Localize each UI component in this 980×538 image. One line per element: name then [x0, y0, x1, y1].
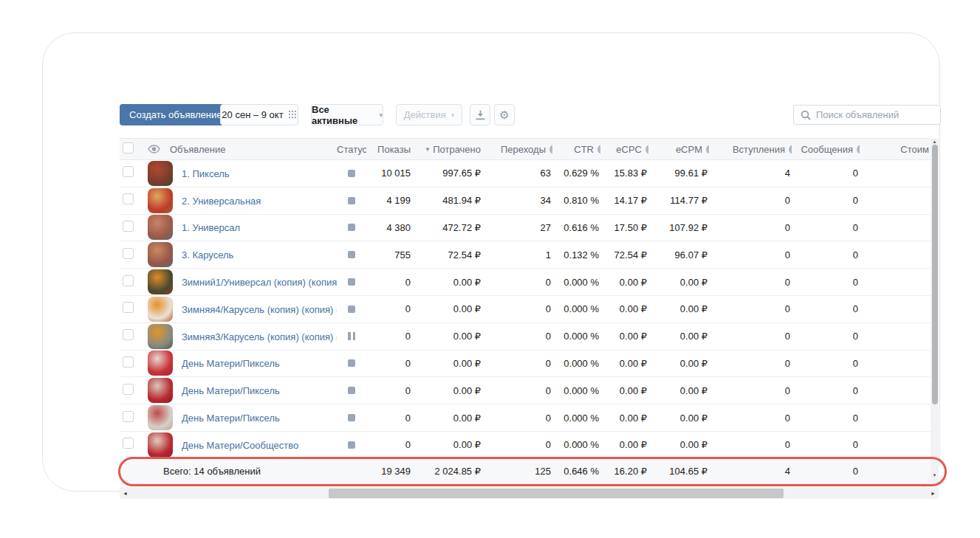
cell-clicks: 0	[482, 277, 552, 288]
create-ad-button[interactable]: Создать объявление	[120, 104, 232, 125]
cell-messages: 0	[792, 168, 860, 179]
row-checkbox[interactable]	[123, 248, 134, 259]
ad-name-link[interactable]: День Матери/Сообщество	[182, 440, 298, 451]
cell-messages: 0	[792, 331, 860, 342]
ad-name-link[interactable]: День Матери/Пиксель	[182, 358, 280, 369]
cell-ecpc: 72.54 ₽	[600, 249, 648, 261]
cell-ecpm: 107.92 ₽	[648, 222, 709, 233]
column-header-impressions[interactable]: Показы	[366, 144, 412, 155]
row-checkbox[interactable]	[123, 166, 134, 177]
cell-spent: 481.94 ₽	[412, 195, 482, 206]
search-box[interactable]	[793, 105, 941, 125]
actions-dropdown[interactable]: Действия ▾	[396, 104, 462, 125]
table-row: 2. Универсальная4 199481.94 ₽340.810 %14…	[120, 187, 931, 215]
column-header-spent[interactable]: ▾ Потрачено	[412, 144, 482, 155]
table-row: День Матери/Пиксель00.00 ₽00.000 %0.00 ₽…	[120, 351, 931, 378]
ad-thumbnail[interactable]	[148, 188, 173, 213]
ad-name-link[interactable]: 1. Пиксель	[182, 168, 230, 179]
vertical-scrollbar-thumb[interactable]	[932, 145, 938, 404]
column-header-messages[interactable]: Сообщения ?	[792, 144, 860, 155]
row-checkbox[interactable]	[123, 302, 134, 313]
ad-thumbnail[interactable]	[148, 378, 173, 403]
row-checkbox[interactable]	[123, 275, 134, 286]
column-header-ecpc[interactable]: eCPC ?	[600, 144, 648, 155]
vertical-scrollbar[interactable]: ▲ ▼	[931, 138, 939, 486]
cell-joins: 0	[709, 331, 792, 342]
ad-name-link[interactable]: 3. Карусель	[182, 249, 233, 261]
scroll-right-icon[interactable]: ►	[931, 487, 936, 499]
column-header-clicks[interactable]: Переходы ?	[482, 144, 552, 155]
column-label: eCPC	[616, 144, 642, 155]
page: Создать объявление 20 сен – 9 окт Все ак…	[0, 0, 980, 538]
cell-ecpc: 0.00 ₽	[600, 413, 648, 424]
column-header-name[interactable]: Объявление	[170, 144, 337, 155]
cell-ctr: 0.000 %	[552, 303, 600, 314]
ad-thumbnail[interactable]	[148, 242, 173, 267]
status-cell	[337, 170, 366, 177]
thumbnail-cell	[148, 215, 182, 240]
ad-name-link[interactable]: День Матери/Пиксель	[182, 385, 280, 396]
row-checkbox[interactable]	[123, 438, 134, 449]
ad-thumbnail[interactable]	[148, 405, 173, 430]
ad-name-link[interactable]: Зимняя4/Карусель (копия) (копия) (...	[182, 304, 337, 315]
ad-name-link[interactable]: 2. Универсальная	[182, 196, 261, 207]
date-range-picker[interactable]: 20 сен – 9 окт	[220, 104, 298, 125]
settings-button[interactable]: ⚙	[494, 104, 515, 125]
cell-ecpc: 15.83 ₽	[600, 168, 648, 179]
cell-messages: 0	[792, 222, 860, 233]
ad-thumbnail[interactable]	[148, 324, 173, 349]
row-checkbox[interactable]	[123, 384, 134, 395]
ad-name-link[interactable]: День Матери/Пиксель	[182, 413, 280, 424]
cell-ctr: 0.629 %	[552, 168, 600, 179]
cell-messages: 0	[792, 439, 860, 450]
thumbnail-cell	[148, 432, 182, 458]
horizontal-scrollbar[interactable]: ◄ ►	[120, 487, 939, 499]
column-header-ctr[interactable]: CTR ?	[552, 144, 600, 155]
row-checkbox[interactable]	[123, 221, 134, 232]
cell-ctr: 0.000 %	[552, 358, 600, 369]
cell-clicks: 0	[482, 385, 552, 396]
ad-thumbnail[interactable]	[148, 432, 173, 458]
column-label: Потрачено	[433, 144, 481, 155]
cell-ecpm: 0.00 ₽	[648, 358, 709, 369]
row-checkbox[interactable]	[123, 329, 134, 340]
cell-ecpc: 0.00 ₽	[600, 358, 648, 369]
visibility-icon[interactable]	[148, 145, 160, 154]
checkbox-cell	[120, 356, 148, 370]
scroll-left-icon[interactable]: ◄	[123, 487, 128, 499]
status-cell	[337, 197, 366, 204]
row-checkbox[interactable]	[123, 193, 134, 204]
row-checkbox[interactable]	[123, 356, 134, 368]
export-button[interactable]	[470, 104, 490, 125]
column-header-ecpm[interactable]: eCPM ?	[648, 144, 709, 155]
checkbox-cell	[120, 221, 148, 235]
ad-thumbnail[interactable]	[148, 351, 173, 376]
table-row: День Матери/Пиксель00.00 ₽00.000 %0.00 ₽…	[120, 377, 931, 404]
ad-name-link[interactable]: Зимний1/Универсал (копия) (копия) ...	[182, 277, 337, 288]
status-stopped-icon	[348, 414, 355, 421]
cell-clicks: 0	[482, 331, 552, 342]
column-header-joins[interactable]: Вступления ?	[709, 144, 792, 155]
status-stopped-icon	[348, 251, 355, 258]
status-stopped-icon	[348, 224, 355, 231]
ad-name-link[interactable]: 1. Универсал	[182, 222, 240, 233]
select-all-checkbox[interactable]	[123, 142, 134, 154]
scroll-up-icon[interactable]: ▲	[931, 139, 939, 145]
column-header-cost[interactable]: Стоим	[860, 144, 931, 155]
row-checkbox[interactable]	[123, 411, 134, 422]
ad-thumbnail[interactable]	[148, 297, 173, 322]
name-cell: 1. Пиксель	[182, 167, 337, 180]
total-ctr: 0.646 %	[552, 466, 600, 477]
cell-ctr: 0.000 %	[552, 413, 600, 424]
ad-thumbnail[interactable]	[148, 215, 173, 240]
ad-thumbnail[interactable]	[148, 269, 173, 294]
cell-spent: 0.00 ₽	[412, 439, 482, 450]
sort-desc-icon[interactable]: ▾	[426, 145, 430, 153]
ad-name-link[interactable]: Зимняя3/Карусель (копия) (копия) (...	[182, 331, 337, 342]
status-filter-dropdown[interactable]: Все активные ▾	[311, 104, 383, 125]
search-input[interactable]	[816, 109, 933, 120]
ad-thumbnail[interactable]	[148, 161, 173, 186]
column-header-status[interactable]: Статус	[337, 144, 366, 155]
horizontal-scrollbar-thumb[interactable]	[329, 489, 784, 498]
scroll-down-icon[interactable]: ▼	[931, 472, 939, 478]
